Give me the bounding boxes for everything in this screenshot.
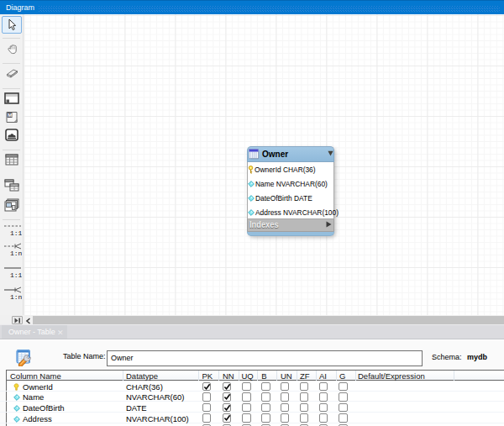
svg-text:M: M [8,113,12,118]
svg-text:1:n: 1:n [10,250,22,256]
svg-text:1:n: 1:n [10,293,22,300]
svg-text:1:1: 1:1 [10,271,22,279]
svg-text:1:1: 1:1 [10,229,22,237]
